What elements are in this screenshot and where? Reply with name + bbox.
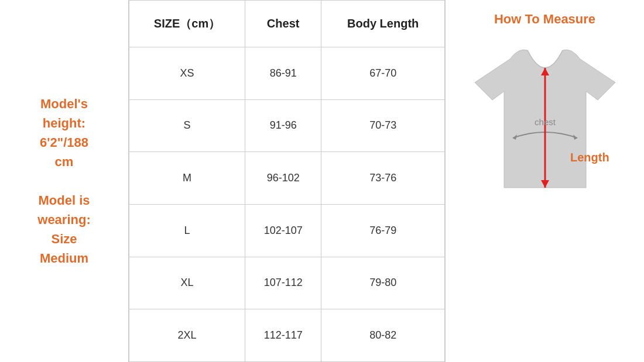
table-body: XS86-9167-70S91-9670-73M96-10273-76L102-…	[129, 47, 445, 362]
chest-cell: 86-91	[245, 47, 321, 100]
body-length-cell: 67-70	[321, 47, 445, 100]
chest-header: Chest	[245, 1, 321, 47]
chest-label-text: chest	[535, 117, 556, 127]
tshirt-diagram: chest Length	[475, 36, 615, 211]
model-info-panel: Model'sheight:6'2"/188cmModel iswearing:…	[0, 0, 129, 362]
table-row: 2XL112-11780-82	[129, 309, 445, 362]
table-row: S91-9670-73	[129, 99, 445, 152]
table-row: L102-10776-79	[129, 204, 445, 257]
body-length-cell: 79-80	[321, 257, 445, 309]
main-container: Model'sheight:6'2"/188cmModel iswearing:…	[0, 0, 644, 362]
body-length-cell: 80-82	[321, 309, 445, 362]
chest-cell: 107-112	[245, 257, 321, 309]
table-row: M96-10273-76	[129, 152, 445, 205]
body-length-cell: 76-79	[321, 204, 445, 257]
model-info-text: Model'sheight:6'2"/188cmModel iswearing:…	[37, 94, 90, 268]
how-to-measure-label: How To Measure	[494, 12, 595, 27]
size-cell: M	[129, 152, 245, 205]
table-row: XL107-11279-80	[129, 257, 445, 309]
size-cell: XS	[129, 47, 245, 100]
diagram-panel: How To Measure chest	[445, 0, 644, 362]
size-cell: 2XL	[129, 309, 245, 362]
chest-cell: 112-117	[245, 309, 321, 362]
length-label-text: Length	[570, 151, 609, 164]
size-cell: L	[129, 204, 245, 257]
size-cell: S	[129, 99, 245, 152]
body-length-cell: 70-73	[321, 99, 445, 152]
chest-cell: 102-107	[245, 204, 321, 257]
size-cell: XL	[129, 257, 245, 309]
table-row: XS86-9167-70	[129, 47, 445, 100]
size-table-section: SIZE（cm） Chest Body Length XS86-9167-70S…	[129, 0, 445, 362]
chest-cell: 91-96	[245, 99, 321, 152]
body-length-header: Body Length	[321, 1, 445, 47]
chest-cell: 96-102	[245, 152, 321, 205]
size-header: SIZE（cm）	[129, 1, 245, 47]
size-table: SIZE（cm） Chest Body Length XS86-9167-70S…	[129, 0, 445, 362]
body-length-cell: 73-76	[321, 152, 445, 205]
tshirt-svg: chest Length	[475, 36, 615, 205]
table-header-row: SIZE（cm） Chest Body Length	[129, 1, 445, 47]
